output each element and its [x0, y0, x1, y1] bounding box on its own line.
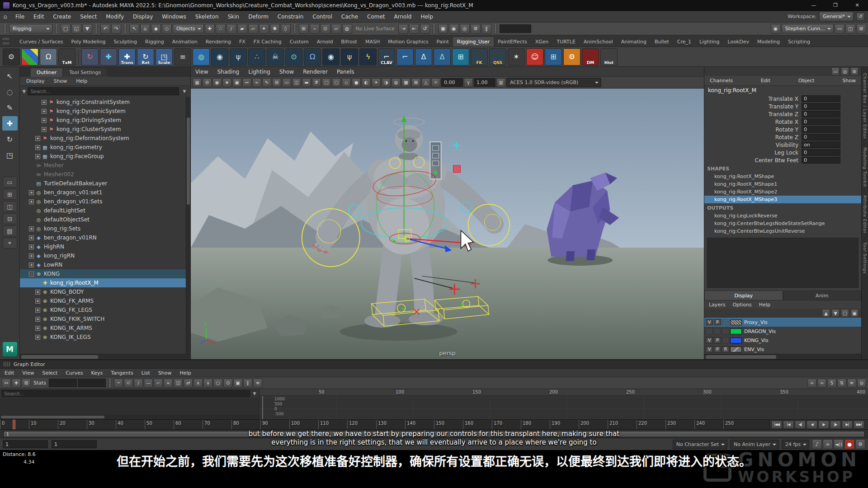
- wireframe-mode-icon[interactable]: ◇: [342, 78, 351, 87]
- expand-toggle[interactable]: +: [29, 263, 34, 267]
- viewport-menu-item[interactable]: Show: [275, 69, 298, 75]
- layer-display-type-toggle[interactable]: [722, 328, 729, 334]
- shelf-cube-stack-icon[interactable]: ⊞: [452, 48, 469, 66]
- channel-label[interactable]: Rotate Z: [704, 134, 802, 141]
- shape-node-row[interactable]: kong_rig:RootX_MShape2: [704, 188, 861, 196]
- maya-home-icon[interactable]: ⌂: [0, 13, 11, 20]
- fkik-switch-panel[interactable]: [430, 142, 441, 179]
- outliner-item[interactable]: + ◆ kong_rigRN: [20, 251, 190, 260]
- graph-editor-menu-item[interactable]: List: [142, 370, 150, 376]
- expand-toggle[interactable]: +: [35, 308, 40, 313]
- mask-dynamics-icon[interactable]: ✱: [270, 24, 280, 34]
- clamped-tangent-icon[interactable]: ⊂: [124, 379, 133, 388]
- outliner-item[interactable]: + ⚑ kong_rig:ConstraintSystem: [20, 98, 190, 107]
- shelf-hist-button[interactable]: Hist: [600, 48, 618, 66]
- menu-set-selector[interactable]: Rigging: [9, 24, 52, 33]
- step-tangent-icon[interactable]: ⌐: [154, 379, 163, 388]
- current-frame-marker[interactable]: [13, 420, 15, 429]
- shelf-eyes-icon[interactable]: ⊙: [285, 48, 302, 66]
- lock-tangent-weight-icon[interactable]: ⊙: [223, 379, 232, 388]
- bookmark-icon[interactable]: ★: [222, 78, 231, 87]
- stats-value-field[interactable]: [78, 379, 106, 387]
- outliner-item[interactable]: ▤ TurtleDefaultBakeLayer: [20, 179, 190, 188]
- quick-command-input[interactable]: [500, 24, 531, 33]
- channel-label[interactable]: Rotate X: [704, 119, 802, 125]
- select-hierarchy-icon[interactable]: ⌂: [140, 24, 150, 34]
- scale-tool[interactable]: ◳: [2, 148, 18, 162]
- outliner-menu-item[interactable]: Help: [76, 78, 87, 84]
- shelf-tab[interactable]: Cre_1: [673, 37, 695, 47]
- channel-value-field[interactable]: 0: [802, 95, 840, 102]
- output-connections-icon[interactable]: ⇤: [409, 24, 419, 34]
- layer-display-type-toggle[interactable]: [722, 337, 729, 343]
- menu-item[interactable]: File: [11, 11, 29, 23]
- range-slider-handle[interactable]: 1: [4, 432, 864, 436]
- layout-four-pane-button[interactable]: ⊞: [3, 189, 17, 200]
- animation-preferences-icon[interactable]: ⚙: [855, 439, 865, 449]
- workspace-selector[interactable]: General*: [819, 12, 854, 21]
- rotate-tool[interactable]: ↻: [2, 132, 18, 146]
- menu-item[interactable]: Display: [128, 11, 157, 23]
- layer-playback-toggle[interactable]: P: [714, 346, 721, 352]
- graph-editor-menu-item[interactable]: Select: [42, 370, 57, 376]
- speaker-icon[interactable]: ◄)): [834, 439, 844, 449]
- pre-infinity-icon[interactable]: ∞: [807, 379, 816, 388]
- menu-item[interactable]: Help: [416, 11, 437, 23]
- snap-curve-icon[interactable]: ⌢: [310, 24, 320, 34]
- shelf-tab[interactable]: TURTLE: [552, 37, 579, 47]
- flat-tangent-icon[interactable]: —: [144, 379, 153, 388]
- menu-item[interactable]: Edit: [29, 11, 48, 23]
- toolbar-grip[interactable]: [124, 24, 127, 33]
- layout-persp-outliner-button[interactable]: ◫: [3, 201, 17, 212]
- shelf-fk-arm-icon[interactable]: ⌐: [396, 48, 414, 66]
- shelf-tab[interactable]: XGen: [531, 37, 553, 47]
- outliner-item[interactable]: ◎ defaultLightSet: [20, 206, 190, 215]
- shelf-eye-icon[interactable]: ◉: [322, 48, 340, 66]
- shelf-tab[interactable]: Rigging_User: [453, 37, 494, 47]
- view-transform-selector[interactable]: ACES 1.0 SDR-video (sRGB): [506, 78, 601, 87]
- anim-layer-selector[interactable]: No Anim Layer: [730, 440, 779, 449]
- channel-value-field[interactable]: 0: [802, 134, 840, 141]
- shelf-gear-orange-icon[interactable]: ⚙: [563, 48, 580, 66]
- input-connections-icon[interactable]: ⇥: [398, 24, 408, 34]
- layer-editor-menu-item[interactable]: Help: [759, 302, 770, 308]
- paint-select-tool[interactable]: ✎: [2, 100, 18, 115]
- field-chart-icon[interactable]: #: [312, 78, 321, 87]
- pin-channelbox-icon[interactable]: ◎: [841, 67, 849, 75]
- shelf-pivot-icon[interactable]: ✚: [100, 48, 117, 66]
- maximize-button[interactable]: ❐: [825, 0, 846, 10]
- tab-tool-settings[interactable]: Tool Settings: [63, 68, 107, 77]
- select-camera-icon[interactable]: ▦: [193, 78, 202, 87]
- range-slider-track[interactable]: 1: [4, 431, 864, 437]
- oversampling-icon[interactable]: ≈: [252, 78, 261, 87]
- shelf-tab[interactable]: Arnold: [313, 37, 337, 47]
- shelf-tab[interactable]: Rendering: [202, 37, 235, 47]
- shelf-figure-alt-icon[interactable]: Δ: [434, 48, 451, 66]
- anti-aliasing-icon[interactable]: ▩: [401, 78, 410, 87]
- layout-zoom-button[interactable]: ⌖: [3, 238, 17, 249]
- outliner-item[interactable]: ≫ Mesher: [20, 161, 190, 170]
- output-node-row[interactable]: kong_rig:CenterBtwLegsNodeStateSetRange: [704, 220, 861, 227]
- layer-editor-menu-item[interactable]: Options: [732, 302, 751, 308]
- menu-item[interactable]: Windows: [157, 11, 191, 23]
- chevron-down-icon[interactable]: ▼: [181, 88, 188, 95]
- go-to-start-button[interactable]: |◀◀: [771, 421, 782, 429]
- autokey-button[interactable]: ●: [844, 439, 854, 449]
- outliner-item[interactable]: + ⊕ KONG_IK_ARMS: [20, 324, 190, 333]
- expand-toggle[interactable]: +: [42, 118, 47, 123]
- menu-item[interactable]: Modify: [101, 11, 128, 23]
- toolbar-grip[interactable]: [108, 379, 111, 388]
- selection-mask-selector[interactable]: Objects: [173, 24, 204, 33]
- channel-label[interactable]: Leg Lock: [704, 150, 802, 156]
- layer-editor-scrollbar[interactable]: [704, 354, 861, 359]
- film-gate-icon[interactable]: ▭: [282, 78, 291, 87]
- unify-tangent-icon[interactable]: ∨: [203, 379, 212, 388]
- shelf-claw-icon[interactable]: ψ: [341, 48, 358, 66]
- toolbar-grip[interactable]: [433, 24, 435, 33]
- maya-logo[interactable]: M: [3, 342, 17, 357]
- plateau-tangent-icon[interactable]: ≈: [164, 379, 173, 388]
- snap-grid-icon[interactable]: ⊞: [299, 24, 309, 34]
- auto-frame-icon[interactable]: ▣: [233, 379, 242, 388]
- expand-toggle[interactable]: +: [42, 109, 47, 114]
- layer-editor-tab[interactable]: Anim: [783, 291, 862, 300]
